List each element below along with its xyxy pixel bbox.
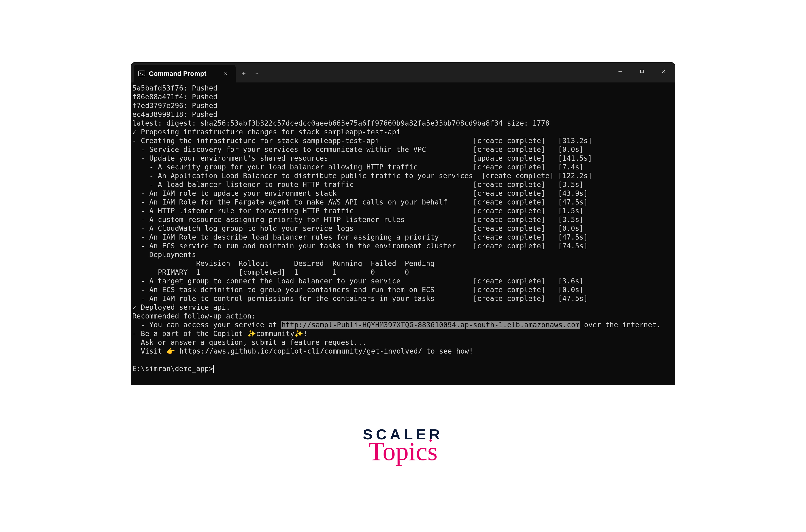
- terminal-line: - An ECS service to run and maintain you…: [132, 242, 674, 250]
- terminal-line: Deployments: [132, 250, 674, 259]
- minimize-button[interactable]: [609, 62, 631, 80]
- terminal-line: - A custom resource assigning priority f…: [132, 215, 674, 224]
- maximize-button[interactable]: [631, 62, 653, 80]
- terminal-line: - A load balancer listener to route HTTP…: [132, 180, 674, 189]
- terminal-line: - Update your environment's shared resou…: [132, 154, 674, 163]
- terminal-line: f7ed3797e296: Pushed: [132, 101, 674, 110]
- terminal-line: - An IAM role to update your environment…: [132, 189, 674, 198]
- terminal-line: Ask or answer a question, submit a featu…: [132, 338, 674, 347]
- terminal-line: - An IAM role to control permissions for…: [132, 294, 674, 303]
- text-cursor: [213, 365, 214, 373]
- close-window-button[interactable]: [653, 62, 675, 80]
- logo-text-script: Topics: [363, 440, 443, 463]
- terminal-line: - An IAM Role for the Fargate agent to m…: [132, 198, 674, 207]
- terminal-line: - You can access your service at http://…: [132, 321, 674, 329]
- active-tab[interactable]: Command Prompt: [134, 65, 236, 82]
- command-prompt-icon: [138, 70, 146, 77]
- tab-actions: +: [237, 65, 264, 82]
- terminal-line: - Be a part of the Copilot ✨community✨!: [132, 329, 674, 338]
- terminal-line: [132, 356, 674, 364]
- terminal-line: - A CloudWatch log group to hold your se…: [132, 224, 674, 233]
- terminal-line: latest: digest: sha256:53abf3b322c57dced…: [132, 119, 674, 128]
- terminal-window: Command Prompt + 5a5bafd53f76: Pushedf86…: [131, 62, 675, 385]
- command-prompt-line: E:\simran\demo_app>: [132, 364, 674, 373]
- terminal-line: - Service discovery for your services to…: [132, 145, 674, 154]
- tab-title: Command Prompt: [149, 70, 218, 77]
- svg-rect-1: [640, 70, 643, 73]
- title-bar: Command Prompt +: [131, 62, 675, 82]
- terminal-line: Visit 👉 https://aws.github.io/copilot-cl…: [132, 347, 674, 356]
- terminal-output[interactable]: 5a5bafd53f76: Pushedf86e88a471f4: Pushed…: [131, 82, 675, 373]
- new-tab-button[interactable]: +: [237, 65, 250, 82]
- terminal-line: - An ECS task definition to group your c…: [132, 286, 674, 294]
- terminal-line: Recommended follow-up action:: [132, 312, 674, 321]
- terminal-line: - A security group for your load balance…: [132, 163, 674, 172]
- terminal-line: ec4a38999118: Pushed: [132, 110, 674, 119]
- window-controls: [609, 62, 675, 80]
- terminal-line: - An Application Load Balancer to distri…: [132, 172, 674, 180]
- terminal-line: - An IAM Role to describe load balancer …: [132, 233, 674, 242]
- terminal-line: PRIMARY 1 [completed] 1 1 0 0: [132, 268, 674, 277]
- terminal-line: Revision Rollout Desired Running Failed …: [132, 259, 674, 268]
- svg-rect-0: [139, 71, 145, 76]
- terminal-line: 5a5bafd53f76: Pushed: [132, 84, 674, 93]
- terminal-line: ✓ Proposing infrastructure changes for s…: [132, 128, 674, 136]
- tab-close-button[interactable]: [221, 70, 230, 78]
- terminal-line: - A HTTP listener rule for forwarding HT…: [132, 207, 674, 215]
- terminal-line: ✓ Deployed service api.: [132, 303, 674, 312]
- service-url-highlighted[interactable]: http://sampl-Publi-HQYHM397XTQG-88361009…: [281, 321, 580, 329]
- terminal-line: - Creating the infrastructure for stack …: [132, 136, 674, 145]
- scaler-topics-logo: SCALER Topics: [363, 427, 443, 463]
- terminal-line: - A target group to connect the load bal…: [132, 277, 674, 286]
- tab-dropdown-button[interactable]: [250, 65, 264, 82]
- terminal-line: f86e88a471f4: Pushed: [132, 93, 674, 101]
